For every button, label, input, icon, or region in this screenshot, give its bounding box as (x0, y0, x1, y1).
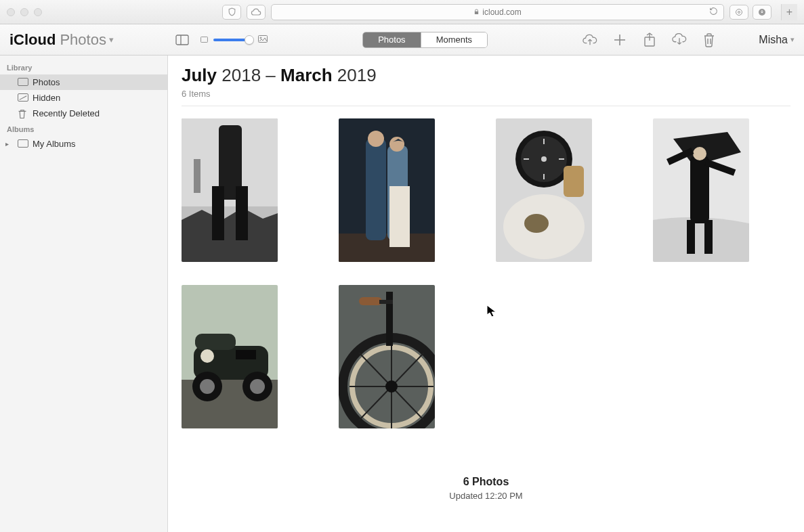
end-month: March (280, 65, 333, 85)
tab-moments[interactable]: Moments (421, 32, 487, 47)
sidebar-item-photos[interactable]: Photos (0, 74, 167, 90)
sidebar-section-header: Library (0, 60, 167, 74)
svg-point-36 (524, 214, 549, 233)
window-minimize-button[interactable] (20, 8, 28, 16)
reader-button[interactable] (729, 5, 748, 20)
photo-thumbnail[interactable] (182, 118, 278, 262)
date-range-title: July 2018 – March 2019 (182, 65, 790, 86)
svg-rect-67 (359, 297, 382, 305)
new-tab-button[interactable]: + (781, 4, 797, 20)
photo-thumbnail[interactable] (496, 118, 592, 262)
sidebar-item-recently-deleted[interactable]: Recently Deleted (0, 106, 167, 121)
svg-point-24 (389, 137, 404, 152)
sidebar-toggle-button[interactable] (173, 33, 191, 47)
svg-point-1 (738, 11, 740, 13)
start-year: 2018 (221, 65, 261, 85)
download-button[interactable] (672, 32, 687, 47)
svg-rect-35 (564, 166, 584, 197)
browser-chrome: icloud.com + (0, 0, 804, 24)
view-segmented-control: Photos Moments (362, 32, 488, 48)
album-rect-icon (18, 139, 28, 149)
svg-point-7 (260, 37, 261, 39)
sidebar-item-my-albums[interactable]: ▸ My Albums (0, 136, 167, 152)
upload-button[interactable] (583, 32, 597, 47)
photo-count: 6 Photos (182, 476, 790, 488)
sidebar-item-hidden[interactable]: Hidden (0, 90, 167, 106)
privacy-report-button[interactable] (222, 5, 241, 20)
sidebar-item-label: Hidden (33, 93, 60, 103)
app-toolbar: iCloud Photos ▾ Photos Moments (0, 24, 804, 56)
svg-rect-21 (366, 139, 386, 240)
svg-point-52 (200, 349, 214, 363)
photo-thumbnail[interactable] (653, 118, 749, 262)
hidden-rect-icon (18, 93, 28, 103)
svg-point-65 (385, 380, 398, 393)
svg-rect-18 (194, 159, 200, 193)
photo-grid (182, 118, 790, 428)
svg-rect-17 (236, 186, 248, 240)
content-area: July 2018 – March 2019 6 Items (168, 56, 804, 532)
svg-rect-3 (176, 35, 188, 45)
address-bar[interactable]: icloud.com (271, 4, 724, 20)
svg-point-0 (736, 9, 742, 15)
zoom-small-icon (200, 35, 208, 45)
lock-icon (473, 8, 480, 16)
chevron-down-icon: ▾ (790, 35, 795, 44)
icloud-status-button[interactable] (247, 5, 266, 20)
brand-icloud: iCloud (9, 31, 56, 49)
svg-point-51 (250, 379, 265, 394)
delete-button[interactable] (702, 32, 717, 47)
photo-thumbnail[interactable] (182, 285, 278, 428)
zoom-track[interactable] (213, 39, 253, 41)
svg-rect-47 (195, 334, 236, 350)
share-button[interactable] (642, 32, 657, 47)
item-count: 6 Items (182, 89, 790, 106)
window-zoom-button[interactable] (34, 8, 42, 16)
sidebar-item-label: My Albums (33, 139, 76, 149)
svg-point-22 (368, 131, 384, 147)
tab-photos[interactable]: Photos (363, 32, 420, 47)
sidebar-section-header: Albums (0, 121, 167, 136)
address-host: icloud.com (482, 7, 521, 17)
sidebar-item-label: Recently Deleted (33, 108, 100, 118)
photos-rect-icon (18, 78, 28, 87)
svg-point-30 (541, 156, 547, 162)
disclosure-triangle-icon[interactable]: ▸ (5, 140, 9, 148)
brand-photos: Photos (60, 31, 106, 49)
svg-rect-68 (379, 300, 393, 304)
reload-icon[interactable] (709, 7, 718, 18)
svg-rect-25 (389, 186, 410, 247)
sidebar: Library Photos Hidden Recently Deleted A… (0, 56, 168, 532)
svg-rect-53 (236, 350, 256, 359)
svg-rect-20 (339, 234, 435, 262)
range-separator: – (266, 65, 275, 85)
photo-thumbnail[interactable] (339, 285, 435, 428)
library-summary: 6 Photos Updated 12:20 PM (182, 476, 790, 501)
window-close-button[interactable] (7, 8, 15, 16)
thumbnail-zoom-slider[interactable] (200, 35, 268, 45)
chevron-down-icon: ▾ (109, 35, 114, 45)
svg-rect-5 (200, 37, 207, 42)
svg-rect-16 (212, 186, 224, 240)
svg-point-49 (200, 379, 215, 394)
photo-thumbnail[interactable] (339, 118, 435, 262)
sidebar-item-label: Photos (33, 77, 60, 87)
zoom-thumb[interactable] (245, 35, 254, 45)
add-button[interactable] (612, 32, 627, 47)
app-switcher[interactable]: iCloud Photos ▾ (9, 31, 114, 49)
account-menu[interactable]: Misha ▾ (759, 34, 795, 46)
svg-rect-42 (687, 220, 695, 254)
trash-icon (18, 109, 28, 118)
svg-rect-43 (704, 220, 713, 254)
zoom-large-icon (258, 35, 268, 45)
start-month: July (182, 65, 217, 85)
updated-timestamp: Updated 12:20 PM (182, 491, 790, 501)
window-traffic-lights (7, 8, 42, 16)
user-name: Misha (759, 34, 788, 46)
end-year: 2019 (337, 65, 377, 85)
svg-point-39 (693, 147, 706, 160)
downloads-button[interactable] (753, 5, 771, 20)
